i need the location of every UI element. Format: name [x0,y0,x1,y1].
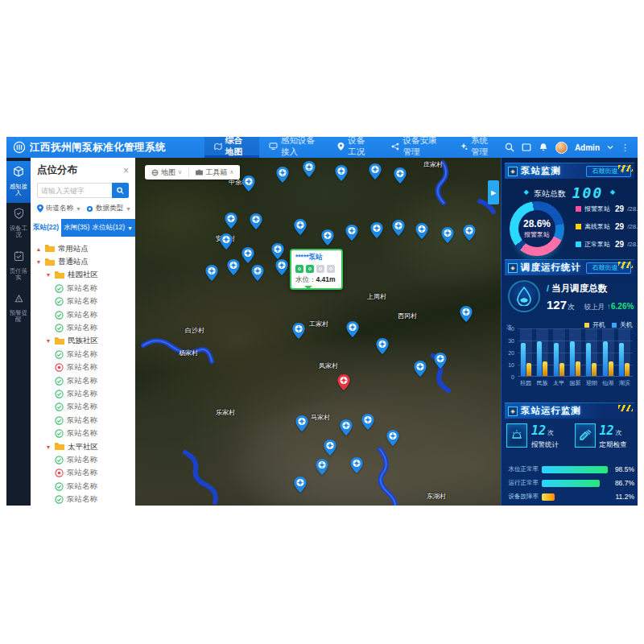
tree-station-item[interactable]: 泵站名称 [35,321,134,334]
tree-station-item[interactable]: 泵站名称 [35,427,134,440]
stat-value: 12 [600,423,614,438]
map-pin-pump[interactable] [434,353,447,372]
avatar[interactable] [555,142,568,154]
caret-expanded-icon[interactable]: ▼ [45,272,52,278]
tree-station-label: 泵站名称 [67,362,97,373]
map-pin-pump[interactable] [386,430,399,449]
station-popup-title[interactable]: *****泵站 [295,253,337,262]
map-pin-pump[interactable] [415,223,428,242]
map-pin-pump[interactable] [414,361,427,380]
map-pin-pump[interactable] [275,259,288,279]
tree-folder[interactable]: ▼太平社区 [35,440,134,453]
map-pin-pump[interactable] [376,338,389,357]
map-pin-pump[interactable] [335,165,348,184]
caret-expanded-icon[interactable]: ▼ [45,338,52,344]
sidebar-item-1[interactable]: 感知接入 [6,161,31,203]
tree-station-item[interactable]: 泵站名称 [35,348,134,361]
search-input[interactable] [37,183,112,198]
map-pin-pump[interactable] [394,167,407,187]
map-pin-pump[interactable] [220,233,233,253]
tree-station-item[interactable]: 泵站名称 [35,467,134,480]
map-pin-pump[interactable] [350,457,363,477]
map-pin-pump[interactable] [295,415,308,435]
nav-item-label: 感知设备接入 [281,137,318,158]
tree-folder[interactable]: ▼民族社区 [35,335,134,348]
legend-swatch [576,224,581,229]
bell-icon[interactable] [539,142,548,152]
map-pin-pump[interactable] [321,229,334,249]
data-type-select[interactable]: 数据类型 ▼ [86,204,131,213]
map-pin-pump[interactable] [250,213,262,233]
nav-item-1[interactable]: 综合地图 [204,137,259,158]
sidebar-item-3[interactable]: 责任落实 [6,246,31,287]
tree-station-item[interactable]: 泵站名称 [35,401,134,414]
map-pin-pump[interactable] [361,414,374,433]
tree-station-item[interactable]: 泵站名称 [35,493,134,506]
pump-total: ◆泵站总数 100 ◆ [502,184,638,201]
map-pin-pump[interactable] [242,247,254,266]
nav-item-4[interactable]: 设备安康管理 [382,137,449,158]
map-pin-pump[interactable] [227,259,240,279]
chevron-down-icon[interactable] [607,144,613,151]
caret-expanded-icon[interactable]: ▼ [45,444,52,450]
sidebar-item-2[interactable]: 设备工况 [6,203,31,245]
tree-station-item[interactable]: 泵站名称 [35,387,134,400]
map-pin-pump[interactable] [369,163,382,183]
close-icon[interactable]: × [123,166,129,175]
tree-folder[interactable]: ▲常用站点 [35,242,134,255]
nav-item-2[interactable]: 感知设备接入 [259,137,328,158]
tree-folder[interactable]: ▼桂园社区 [35,269,134,282]
street-name-select[interactable]: 街道名称 ▼ [37,204,81,213]
map-pin-pump[interactable] [370,222,383,242]
tree-station-item[interactable]: 泵站名称 [35,414,134,427]
sidebar-item-label: 设备工况 [10,225,27,239]
tree-station-item[interactable]: 泵站名称 [35,308,134,321]
map-pin-pump[interactable] [324,440,336,459]
search-icon[interactable] [505,142,514,152]
basemap-switcher[interactable]: 地图∨ [145,167,188,178]
side-rail: 感知接入设备工况责任落实预警提醒 [6,158,31,506]
map-pin-pump[interactable] [316,459,328,478]
tree-folder[interactable]: ▼普通站点 [35,255,134,268]
map-pin-pump[interactable] [340,419,353,439]
toolbox-toggle[interactable]: 工具箱∧ [188,167,240,178]
map-pin-pump[interactable] [303,161,316,180]
map-pin-pump[interactable] [345,225,358,244]
map-pin-alert[interactable] [337,374,350,394]
caret-collapsed-icon[interactable]: ▲ [35,246,42,252]
stat-label: 定期检查 [600,440,627,450]
map-pin-pump[interactable] [225,213,237,232]
tab-3[interactable]: 水位站(12) [92,219,125,237]
map-pin-pump[interactable] [441,227,454,246]
tabs-caret-icon[interactable]: ▼ [125,219,135,237]
search-button[interactable] [112,183,129,198]
map-pin-pump[interactable] [276,167,289,186]
nav-item-3[interactable]: 设备工况 [328,137,382,158]
map-pin-pump[interactable] [460,306,473,325]
map-pin-pump[interactable] [251,265,264,284]
map-pin-pump[interactable] [463,225,476,244]
tree-station-item[interactable]: 泵站名称 [35,453,134,466]
map-pin-pump[interactable] [346,321,359,341]
map-pin-pump[interactable] [294,219,307,238]
panel-collapse-button[interactable]: ▶ [488,180,499,204]
map-pin-pump[interactable] [205,265,218,284]
tree-station-item[interactable]: 泵站名称 [35,282,134,295]
tree-station-item[interactable]: 泵站名称 [35,361,134,374]
map-pin-pump[interactable] [294,477,307,496]
sidebar-item-4[interactable]: 预警提醒 [6,287,31,329]
nav-item-5[interactable]: 系统管理 [450,137,505,158]
map-pin-pump[interactable] [392,220,405,239]
fullscreen-icon[interactable] [522,142,531,152]
map-pin-pump[interactable] [242,175,255,195]
tree-station-item[interactable]: 泵站名称 [35,295,134,308]
tree-station-item[interactable]: 泵站名称 [35,480,134,493]
map-canvas[interactable]: 中余村庄家村安全村上周村西冈村工家村白沙村杨家村凤家村乐家村马家村东湖村 地图∨… [135,158,501,506]
tree-station-item[interactable]: 泵站名称 [35,374,134,387]
tab-2[interactable]: 水闸(35) [61,219,92,237]
caret-expanded-icon[interactable]: ▼ [35,259,42,265]
tab-1[interactable]: 泵站(22) [31,219,61,237]
user-name[interactable]: Admin [575,143,600,152]
kebab-menu-icon[interactable]: ⋮ [621,142,630,153]
map-pin-pump[interactable] [292,323,305,342]
